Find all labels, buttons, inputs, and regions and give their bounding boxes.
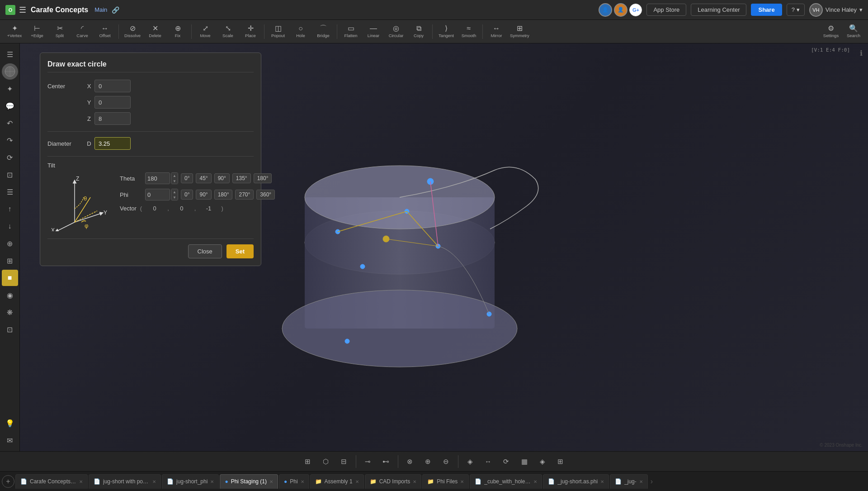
tool-dissolve[interactable]: ⊘ Dissolve bbox=[122, 22, 143, 42]
tab-close-assembly[interactable]: ✕ bbox=[355, 479, 359, 484]
tool-offset[interactable]: ↔ Offset bbox=[94, 22, 116, 42]
sidebar-download[interactable]: ↓ bbox=[2, 218, 18, 234]
tab-close-cube-hole[interactable]: ✕ bbox=[533, 479, 537, 484]
tab-phi-staging[interactable]: ● Phi Staging (1) ✕ bbox=[220, 474, 278, 489]
close-button[interactable]: Close bbox=[188, 244, 222, 258]
tab-close-phi[interactable]: ✕ bbox=[301, 479, 304, 484]
sidebar-view-box[interactable]: ⊡ bbox=[2, 167, 18, 183]
theta-input[interactable]: 180 bbox=[145, 172, 170, 184]
app-store-button[interactable]: App Store bbox=[646, 4, 686, 16]
tool-smooth[interactable]: ≈ Smooth bbox=[458, 22, 480, 42]
bt-hex[interactable]: ⬡ bbox=[318, 453, 334, 470]
tab-cad-imports[interactable]: 📁 CAD Imports ✕ bbox=[365, 474, 422, 489]
tab-close-jug-short-phi[interactable]: ✕ bbox=[600, 479, 604, 484]
sidebar-mail[interactable]: ✉ bbox=[2, 432, 18, 448]
tab-close-jug-short[interactable]: ✕ bbox=[210, 479, 214, 484]
tool-search[interactable]: 🔍 Search bbox=[843, 22, 864, 42]
bt-viewport[interactable]: ⊞ bbox=[552, 453, 569, 470]
sidebar-star[interactable]: ❋ bbox=[2, 304, 18, 320]
tab-close-carafe[interactable]: ✕ bbox=[79, 479, 83, 484]
tool-mirror[interactable]: ↔ Mirror bbox=[486, 22, 507, 42]
tool-circular[interactable]: ◎ Circular bbox=[385, 22, 407, 42]
tab-close-jug-trunc[interactable]: ✕ bbox=[639, 479, 643, 484]
tab-close-jug-pour[interactable]: ✕ bbox=[152, 479, 156, 484]
phi-90[interactable]: 90° bbox=[196, 190, 211, 200]
tab-assembly[interactable]: 📁 Assembly 1 ✕ bbox=[310, 474, 364, 489]
tool-move[interactable]: ⤢ Move bbox=[194, 22, 216, 42]
sidebar-add[interactable]: ✦ bbox=[2, 81, 18, 97]
tab-carafe-concepts[interactable]: 📄 Carafe Concepts_phi ✕ bbox=[15, 474, 88, 489]
phi-up[interactable]: ▲ bbox=[171, 189, 178, 195]
tool-hole[interactable]: ○ Hole bbox=[290, 22, 311, 42]
center-x-input[interactable]: 0 bbox=[94, 80, 131, 92]
sidebar-upload[interactable]: ↑ bbox=[2, 201, 18, 217]
bt-compact[interactable]: ⊟ bbox=[336, 453, 352, 470]
sidebar-light[interactable]: 💡 bbox=[2, 415, 18, 431]
info-icon[interactable]: ℹ bbox=[860, 49, 863, 57]
tab-close-cad[interactable]: ✕ bbox=[413, 479, 416, 484]
phi-270[interactable]: 270° bbox=[235, 190, 254, 200]
tab-jug-truncated[interactable]: 📄 _jug- ✕ bbox=[610, 474, 648, 489]
link-icon[interactable]: 🔗 bbox=[112, 6, 119, 14]
sidebar-list[interactable]: ☰ bbox=[2, 184, 18, 200]
set-button[interactable]: Set bbox=[226, 244, 254, 258]
tool-delete[interactable]: ✕ Delete bbox=[144, 22, 166, 42]
tab-phi[interactable]: ● Phi ✕ bbox=[279, 474, 309, 489]
tool-place[interactable]: ✛ Place bbox=[240, 22, 261, 42]
tool-linear[interactable]: — Linear bbox=[363, 22, 384, 42]
tabs-overflow-indicator[interactable]: › bbox=[651, 477, 653, 486]
theta-up[interactable]: ▲ bbox=[171, 173, 178, 178]
sidebar-grid[interactable]: ⊞ bbox=[2, 253, 18, 269]
bt-display[interactable]: ◈ bbox=[534, 453, 551, 470]
bt-center[interactable]: ◈ bbox=[462, 453, 478, 470]
phi-0[interactable]: 0° bbox=[181, 190, 193, 200]
sidebar-solid[interactable]: ■ bbox=[2, 270, 18, 286]
tab-jug-short-phi[interactable]: 📄 _jug-short.as.phi ✕ bbox=[543, 474, 609, 489]
tool-split[interactable]: ✂ Split bbox=[49, 22, 71, 42]
user-area[interactable]: VH Vince Haley ▾ bbox=[809, 3, 863, 17]
phi-360[interactable]: 360° bbox=[256, 190, 275, 200]
tool-bridge[interactable]: ⌒ Bridge bbox=[312, 22, 334, 42]
bt-mirror[interactable]: ↔ bbox=[480, 453, 496, 470]
tool-fix[interactable]: ⊕ Fix bbox=[167, 22, 189, 42]
diameter-input[interactable]: 3.25 bbox=[94, 137, 131, 150]
tool-scale[interactable]: ⤡ Scale bbox=[217, 22, 239, 42]
sidebar-cube[interactable]: ⊡ bbox=[2, 321, 18, 338]
tab-cube-hole[interactable]: 📄 _cube_with_hole.as.phi ✕ bbox=[470, 474, 542, 489]
branch-name[interactable]: Main bbox=[94, 6, 107, 13]
tool-settings[interactable]: ⚙ Settings bbox=[820, 22, 842, 42]
bt-split-v[interactable]: ⊷ bbox=[378, 453, 394, 470]
theta-0[interactable]: 0° bbox=[181, 173, 193, 183]
tool-edge[interactable]: ⊢ +Edge bbox=[26, 22, 48, 42]
sidebar-add-ref[interactable]: ⊕ bbox=[2, 235, 18, 252]
tool-copy[interactable]: ⧉ Copy bbox=[408, 22, 429, 42]
sidebar-menu[interactable]: ☰ bbox=[2, 46, 18, 62]
phi-down[interactable]: ▼ bbox=[171, 195, 178, 200]
center-y-input[interactable]: 0 bbox=[94, 96, 131, 109]
tool-popout[interactable]: ◫ Popout bbox=[267, 22, 289, 42]
share-button[interactable]: Share bbox=[751, 4, 782, 16]
learning-center-button[interactable]: Learning Center bbox=[691, 4, 746, 16]
center-z-input[interactable]: 8 bbox=[94, 112, 131, 125]
bt-zoom-out[interactable]: ⊖ bbox=[438, 453, 454, 470]
tab-add-button[interactable]: + bbox=[2, 475, 14, 488]
sidebar-undo[interactable]: ↶ bbox=[2, 115, 18, 131]
bt-rotate[interactable]: ⟳ bbox=[498, 453, 514, 470]
theta-180[interactable]: 180° bbox=[254, 173, 272, 183]
bt-zoom-fit[interactable]: ⊗ bbox=[402, 453, 418, 470]
theta-90[interactable]: 90° bbox=[214, 173, 230, 183]
tab-close-phi-files[interactable]: ✕ bbox=[460, 479, 464, 484]
sidebar-comments[interactable]: 💬 bbox=[2, 98, 18, 114]
phi-180[interactable]: 180° bbox=[214, 190, 233, 200]
theta-45[interactable]: 45° bbox=[196, 173, 211, 183]
phi-input[interactable]: 0 bbox=[145, 189, 170, 200]
tool-carve[interactable]: ◜ Carve bbox=[71, 22, 93, 42]
tool-tangent[interactable]: ⟩ Tangent bbox=[435, 22, 457, 42]
tab-jug-short-pour[interactable]: 📄 jug-short with pour... ✕ bbox=[89, 474, 161, 489]
sidebar-refresh[interactable]: ⟳ bbox=[2, 149, 18, 166]
hamburger-menu[interactable]: ☰ bbox=[19, 5, 26, 15]
help-button[interactable]: ? ▾ bbox=[787, 4, 805, 16]
tab-jug-short[interactable]: 📄 jug-short_phi ✕ bbox=[162, 474, 219, 489]
sidebar-color[interactable]: ◉ bbox=[2, 287, 18, 303]
bt-split-h[interactable]: ⊸ bbox=[360, 453, 376, 470]
